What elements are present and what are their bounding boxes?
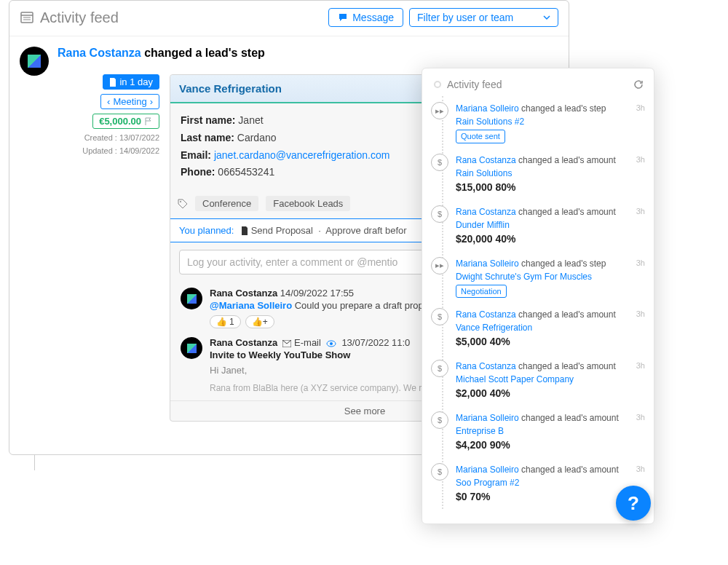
caret-down-icon — [543, 14, 550, 21]
side-lead-link[interactable]: Dunder Mifflin — [456, 220, 510, 230]
dollar-icon: $ — [431, 205, 448, 223]
side-user-link[interactable]: Rana Costanza — [456, 155, 516, 165]
side-lead-link[interactable]: Soo Program #2 — [456, 478, 519, 488]
event-user-link[interactable]: Rana Costanza — [58, 47, 141, 59]
email-link[interactable]: janet.cardano@vancerefrigeration.com — [214, 149, 389, 161]
chevron-right-icon: › — [150, 96, 153, 107]
tag-icon — [178, 199, 188, 209]
lead-meta: in 1 day ‹ Meeting › €5,000.00 Created :… — [58, 74, 159, 422]
dollar-icon: $ — [431, 308, 448, 325]
side-feed-item[interactable]: $ Rana Costanza changed a lead's amount … — [422, 202, 654, 254]
side-feed-item[interactable]: ▸▸ Mariana Solleiro changed a lead's ste… — [422, 99, 654, 151]
tag-chip[interactable]: Facebook Leads — [266, 196, 350, 211]
planned-item[interactable]: Approve draft befor — [325, 225, 406, 236]
avatar[interactable] — [20, 47, 49, 76]
side-action: changed a lead's step — [521, 103, 606, 114]
stage-pill[interactable]: ‹ Meeting › — [100, 94, 159, 109]
comment-author[interactable]: Rana Costanza — [210, 337, 277, 348]
add-reaction-button[interactable]: 👍+ — [245, 315, 274, 328]
avatar[interactable] — [181, 288, 202, 309]
logo-icon — [28, 55, 41, 68]
refresh-icon[interactable] — [633, 79, 644, 90]
amount-text: $4,200 90% — [456, 438, 636, 453]
dollar-icon: $ — [431, 360, 448, 377]
side-user-link[interactable]: Rana Costanza — [456, 361, 516, 371]
side-lead-link[interactable]: Vance Refrigeration — [456, 323, 532, 333]
event-headline: Rana Costanza changed a lead's step — [58, 47, 569, 60]
side-activity-panel: Activity feed ▸▸ Mariana Solleiro change… — [422, 68, 654, 524]
side-title: Activity feed — [447, 79, 502, 90]
side-action: changed a lead's amount — [518, 361, 616, 371]
side-user-link[interactable]: Mariana Solleiro — [456, 103, 519, 114]
side-time: 3h — [636, 463, 648, 473]
side-lead-link[interactable]: Michael Scott Paper Company — [456, 374, 574, 384]
comment-author[interactable]: Rana Costanza — [210, 288, 277, 299]
page-title: Activity feed — [40, 9, 119, 26]
side-lead-link[interactable]: Rain Solutions #2 — [456, 116, 524, 127]
message-button[interactable]: Message — [328, 8, 403, 27]
side-action: changed a lead's amount — [518, 155, 616, 165]
side-time: 3h — [636, 102, 648, 112]
amount-text: $5,000 40% — [456, 334, 636, 349]
tag-chip[interactable]: Conference — [195, 196, 258, 211]
timeline-dot-icon — [434, 81, 441, 88]
side-user-link[interactable]: Mariana Solleiro — [456, 258, 519, 269]
updated-text: Updated : 14/09/2022 — [82, 146, 159, 155]
message-button-label: Message — [352, 12, 394, 23]
side-feed-item[interactable]: ▸▸ Mariana Solleiro changed a lead's ste… — [422, 254, 654, 306]
first-name-lbl: First name: — [181, 114, 235, 126]
email-body-line: Hi Janet, — [210, 365, 427, 376]
side-feed-item[interactable]: $ Rana Costanza changed a lead's amount … — [422, 357, 654, 408]
side-feed-item[interactable]: $ Mariana Solleiro changed a lead's amou… — [422, 460, 654, 512]
side-time: 3h — [636, 360, 648, 370]
reaction-thumbs-up[interactable]: 👍 1 — [210, 315, 241, 328]
amount-text: $0 70% — [456, 489, 636, 505]
flag-icon — [144, 117, 153, 126]
step-badge: Quote sent — [456, 130, 505, 143]
side-lead-link[interactable]: Rain Solutions — [456, 168, 512, 178]
step-icon: ▸▸ — [431, 102, 448, 119]
mention-link[interactable]: @Mariana Solleiro — [210, 300, 292, 311]
side-feed-item[interactable]: $ Mariana Solleiro changed a lead's amou… — [422, 408, 654, 460]
filter-select[interactable]: Filter by user or team — [409, 8, 558, 27]
channel-label: E-mail — [294, 337, 321, 348]
amount-text: $15,000 80% — [456, 180, 636, 195]
phone: 0665453241 — [218, 166, 274, 178]
side-feed-item[interactable]: $ Rana Costanza changed a lead's amount … — [422, 151, 654, 202]
email-lbl: Email: — [181, 149, 211, 161]
planned-item[interactable]: Send Proposal — [251, 225, 313, 236]
side-feed-item[interactable]: $ Rana Costanza changed a lead's amount … — [422, 305, 654, 357]
svg-point-4 — [180, 201, 181, 202]
comment-time: 13/07/2022 11:0 — [341, 337, 410, 348]
side-action: changed a lead's amount — [521, 413, 619, 423]
planned-sep: · — [318, 225, 321, 236]
email-subject: Invite to Weekly YouTube Show — [210, 349, 427, 360]
amount-text: $2,000 40% — [456, 386, 636, 401]
phone-lbl: Phone: — [181, 166, 215, 178]
planned-label: You planned: — [179, 225, 234, 236]
side-lead-link[interactable]: Entreprise B — [456, 426, 504, 436]
svg-point-7 — [330, 342, 333, 345]
created-text: Created : 13/07/2022 — [84, 133, 159, 142]
comment-time: 14/09/2022 17:55 — [280, 288, 354, 299]
side-time: 3h — [636, 308, 648, 318]
filter-label: Filter by user or team — [417, 12, 513, 23]
due-pill[interactable]: in 1 day — [103, 74, 159, 90]
speech-icon — [338, 12, 348, 23]
side-user-link[interactable]: Rana Costanza — [456, 309, 516, 320]
side-action: changed a lead's amount — [521, 465, 619, 475]
chevron-left-icon: ‹ — [107, 96, 110, 107]
main-header: Activity feed Message Filter by user or … — [9, 1, 569, 36]
amount-pill[interactable]: €5,000.00 — [92, 114, 159, 129]
side-user-link[interactable]: Mariana Solleiro — [456, 465, 519, 475]
amount-text: $20,000 40% — [456, 232, 636, 247]
avatar[interactable] — [181, 337, 202, 359]
side-user-link[interactable]: Mariana Solleiro — [456, 413, 519, 423]
last-name: Cardano — [237, 132, 277, 143]
side-user-link[interactable]: Rana Costanza — [456, 207, 516, 217]
side-time: 3h — [636, 205, 648, 216]
event-action: changed a lead's step — [144, 47, 265, 59]
file-icon — [109, 78, 116, 87]
side-lead-link[interactable]: Dwight Schrute's Gym For Muscles — [456, 272, 592, 282]
dollar-icon: $ — [431, 411, 448, 429]
